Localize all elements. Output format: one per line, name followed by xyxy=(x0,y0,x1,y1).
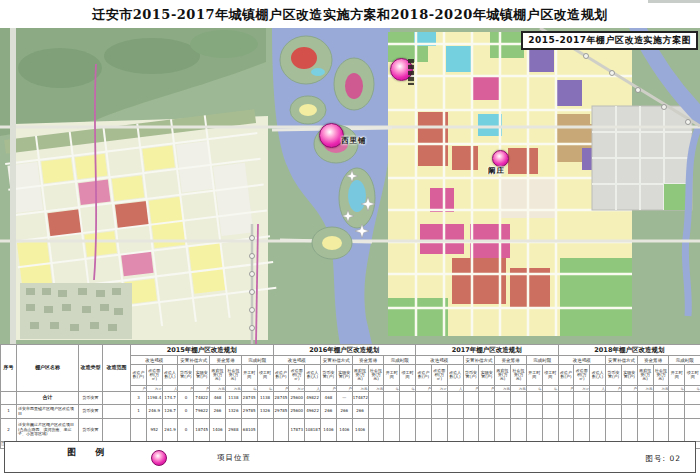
leaf-header: 改造户数(户) xyxy=(273,365,289,386)
leaf-header: 改造户数(户) xyxy=(131,365,147,386)
table-cell xyxy=(273,419,289,442)
table-cell xyxy=(669,392,685,405)
table-cell xyxy=(495,419,511,442)
year-group-header: 2016年棚户区改造规划 xyxy=(273,345,416,356)
legend-marker-icon xyxy=(151,450,167,466)
table-cell xyxy=(621,392,637,405)
table-cell xyxy=(669,405,685,419)
table-cell: 952 xyxy=(146,419,162,442)
table-cell: 74822 xyxy=(194,392,210,405)
table-cell xyxy=(400,405,416,419)
table-cell xyxy=(431,392,447,405)
table-cell xyxy=(685,405,700,419)
subgroup-header: 改造规模 xyxy=(131,356,178,365)
project-marker[interactable] xyxy=(492,150,509,167)
leaf-header: 改造人数(人) xyxy=(447,365,463,386)
table-cell: 468 xyxy=(210,392,226,405)
table-cell xyxy=(368,405,384,419)
subgroup-header: 资金筹措 xyxy=(210,356,242,365)
leaf-header: 改造面积(万㎡) xyxy=(289,365,305,386)
leaf-header: 开工时间 xyxy=(669,365,685,386)
table-cell xyxy=(368,419,384,442)
planning-map[interactable]: 2015-2017年棚户区改造实施方案图 西里铺 阚庄 xyxy=(0,28,700,344)
table-cell xyxy=(558,392,574,405)
table-cell: 迁安市西里铺片区棚户区改造项目 xyxy=(17,405,79,419)
year-group-header: 2018年棚户区改造规划 xyxy=(558,345,700,356)
table-cell xyxy=(416,419,432,442)
table-cell xyxy=(400,419,416,442)
table-cell xyxy=(400,392,416,405)
table-cell: 1326 xyxy=(225,405,241,419)
table-cell xyxy=(447,392,463,405)
table-cell xyxy=(131,419,147,442)
table-cell xyxy=(463,405,479,419)
table-cell xyxy=(257,419,273,442)
table-cell: 1138 xyxy=(257,392,273,405)
table-cell: 174.7 xyxy=(162,392,178,405)
leaf-header: 改造人数(人) xyxy=(590,365,606,386)
leaf-header: 改造户数(户) xyxy=(558,365,574,386)
leaf-header: 货币安置(户) xyxy=(178,365,194,386)
leaf-header: 竣工时间 xyxy=(685,365,700,386)
leaf-header: 改造面积(万㎡) xyxy=(146,365,162,386)
table-cell: 25600 xyxy=(289,405,305,419)
table-cell: 49622 xyxy=(305,405,321,419)
table-cell xyxy=(542,392,558,405)
leaf-header: 货币安置(户) xyxy=(463,365,479,386)
table-cell xyxy=(574,392,590,405)
table-cell xyxy=(447,405,463,419)
year-group-header: 2017年棚户区改造规划 xyxy=(416,345,559,356)
column-header: 棚户区名称 xyxy=(17,345,79,392)
year-group-header: 2015年棚户区改造规划 xyxy=(131,345,274,356)
table-cell: 1138 xyxy=(225,392,241,405)
column-header: 改造范围 xyxy=(103,345,131,392)
leaf-header: 货币安置(户) xyxy=(606,365,622,386)
table-cell xyxy=(542,419,558,442)
table-cell xyxy=(526,392,542,405)
table-cell xyxy=(637,419,653,442)
table-cell xyxy=(653,392,669,405)
table-cell: 1198.4 xyxy=(146,392,162,405)
leaf-header: 社会投资(万元) xyxy=(653,365,669,386)
sheet-number: 图号: 02 xyxy=(646,454,681,464)
subgroup-header: 安置补偿方式 xyxy=(463,356,495,365)
table-cell: 1406 xyxy=(336,419,352,442)
table-cell xyxy=(653,405,669,419)
table-cell: 25600 xyxy=(289,392,305,405)
table-cell: 0 xyxy=(178,392,194,405)
leaf-header: 社会投资(万元) xyxy=(511,365,527,386)
table-cell: 17873 xyxy=(289,419,305,442)
table-cell: 29785 xyxy=(241,405,257,419)
table-cell xyxy=(479,405,495,419)
table-cell: — xyxy=(336,392,352,405)
marker-label: 阚庄 xyxy=(488,166,505,176)
leaf-header: 开工时间 xyxy=(384,365,400,386)
table-cell: 1 xyxy=(131,405,147,419)
screen-artifact xyxy=(648,0,700,3)
table-cell xyxy=(511,392,527,405)
table-cell xyxy=(103,405,131,419)
leaf-header: 竣工时间 xyxy=(400,365,416,386)
table-cell xyxy=(621,405,637,419)
renovation-table-wrap: 序号棚户区名称改造类型改造范围2015年棚户区改造规划2016年棚户区改造规划2… xyxy=(0,344,700,449)
table-cell xyxy=(416,392,432,405)
leaf-header: 实物安置(户) xyxy=(336,365,352,386)
subgroup-header: 安置补偿方式 xyxy=(606,356,638,365)
table-cell: 261.9 xyxy=(162,419,178,442)
table-cell: 1406 xyxy=(352,419,368,442)
table-cell xyxy=(590,405,606,419)
column-header: 改造类型 xyxy=(79,345,103,392)
table-cell: 174872 xyxy=(352,392,368,405)
table-cell xyxy=(416,405,432,419)
leaf-header: 实物安置(户) xyxy=(194,365,210,386)
leaf-header: 改造人数(人) xyxy=(305,365,321,386)
table-cell xyxy=(463,392,479,405)
subgroup-header: 资金筹措 xyxy=(352,356,384,365)
leaf-header: 实物安置(户) xyxy=(479,365,495,386)
table-cell xyxy=(590,392,606,405)
leaf-header: 社会投资(万元) xyxy=(368,365,384,386)
table-cell xyxy=(384,419,400,442)
leaf-header: 政府投资(万元) xyxy=(495,365,511,386)
table-cell xyxy=(637,405,653,419)
table-cell: 货币安置 xyxy=(79,392,103,405)
